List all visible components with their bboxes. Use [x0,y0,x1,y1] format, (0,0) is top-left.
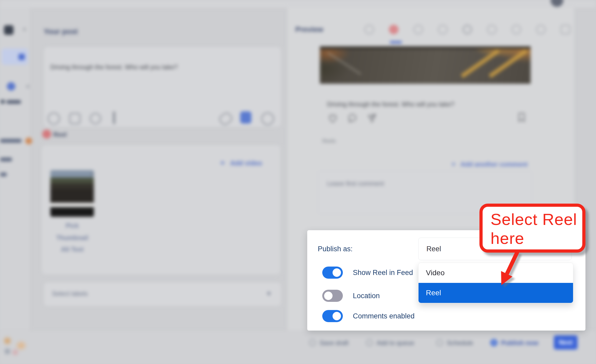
account-chip-label: Reel [53,131,67,138]
video-thumbnail[interactable] [50,170,94,217]
preview-title: Preview [295,25,323,34]
heart-icon[interactable] [326,112,339,124]
pick-thumbnail-link-2[interactable]: Thumbnail [42,234,103,242]
tutorial-callout: Select Reel here [479,204,585,253]
radio-add-to-queue[interactable] [366,339,373,346]
remove-video-icon[interactable]: ✕ [90,171,95,178]
next-button[interactable]: Next [554,335,578,350]
callout-text-line1: Select Reel [491,210,582,229]
comments-enabled-toggle[interactable] [322,310,343,322]
add-to-queue-label[interactable]: Add to queue [377,339,414,347]
more-options-icon[interactable] [261,112,274,125]
sidebar-label[interactable] [0,139,22,143]
chat-widget-logo[interactable] [0,335,40,364]
publish-now-label[interactable]: Publish now [501,339,538,347]
app-window: ‹ + Your post Driving through the forest… [0,0,596,364]
sidebar-label[interactable] [6,100,21,104]
plus-icon[interactable]: + [25,82,30,91]
sidebar-dot-icon [1,100,5,104]
labels-select[interactable]: Select labels ▾ [44,282,281,306]
mention-icon[interactable] [90,113,101,124]
preview-username-link[interactable] [390,41,402,43]
platform-icon-8[interactable] [536,25,546,34]
platform-icon-5[interactable] [463,25,472,34]
plus-icon: + [451,160,455,168]
media-icon[interactable] [240,111,251,124]
location-toggle[interactable] [322,290,343,302]
add-video-button[interactable]: Add video [230,159,262,167]
publish-as-label: Publish as: [318,245,353,253]
sidebar: ‹ + [0,8,30,331]
callout-text-line2: here [491,229,582,248]
app-logo [4,25,13,35]
next-button-label: Next [559,339,573,346]
publish-as-dropdown: Video Reel [418,263,573,303]
emoji-icon[interactable] [48,112,60,125]
dropdown-option-video[interactable]: Video [419,263,573,283]
comment-icon[interactable] [346,112,359,124]
text-cursor-icon[interactable] [113,111,115,124]
save-draft-label[interactable]: Save draft [320,339,348,347]
platform-icon-9[interactable] [561,25,570,34]
sidebar-item-selected[interactable] [2,48,28,65]
bookmark-icon[interactable] [516,111,527,124]
radio-publish-now[interactable] [491,339,497,346]
video-section: + Add video ✕ Pick Thumbnail Alt Text [42,145,281,274]
top-bar [0,0,596,8]
sticker-icon[interactable] [69,113,80,124]
sidebar-label[interactable] [0,173,7,176]
radio-schedule[interactable] [436,339,443,346]
platform-icon-6[interactable] [487,25,497,34]
chevron-down-icon: ▾ [267,289,271,298]
platform-icon-4[interactable] [438,25,448,34]
show-reel-in-feed-label: Show Reel in Feed [353,269,413,277]
dropdown-option-reel[interactable]: Reel [419,283,573,303]
pick-thumbnail-link[interactable]: Pick [42,222,103,229]
caption-textarea[interactable]: Driving through the forest. Who will you… [44,47,281,127]
share-icon[interactable] [366,112,378,124]
preview-caption: Driving through the forest. Who will you… [327,101,496,108]
platform-icon-1[interactable] [364,25,374,34]
warning-badge-icon [25,137,32,144]
platform-icon-7[interactable] [512,25,521,34]
platform-icon-instagram[interactable] [389,25,398,34]
workspace-icon [18,54,25,60]
reel-preview-image [320,46,531,84]
footer-bar: Save draft Add to queue Schedule Publish… [0,331,596,364]
caption-text: Driving through the forest. Who will you… [50,63,214,71]
add-another-comment-button[interactable]: Add another comment [460,161,528,168]
sidebar-label[interactable] [0,158,12,161]
location-label: Location [353,292,380,300]
comment-placeholder: Leave first comment [327,180,384,187]
composer-title: Your post [44,27,78,36]
instagram-account-avatar [42,130,51,139]
radio-save-draft[interactable] [309,339,316,346]
labels-placeholder: Select labels [52,290,88,297]
schedule-label[interactable]: Schedule [447,339,473,347]
collapse-chevron-icon[interactable]: ‹ [23,24,26,33]
comments-enabled-label: Comments enabled [353,312,415,320]
publish-as-selected-value: Reel [426,245,441,253]
alt-text-link[interactable]: Alt Text [42,246,103,253]
show-reel-in-feed-toggle[interactable] [322,267,343,279]
platform-icon-3[interactable] [414,25,423,34]
post-type-label: Reels [322,138,336,144]
link-icon[interactable] [218,111,234,126]
add-account-icon[interactable] [7,82,15,91]
plus-icon: + [220,158,225,167]
